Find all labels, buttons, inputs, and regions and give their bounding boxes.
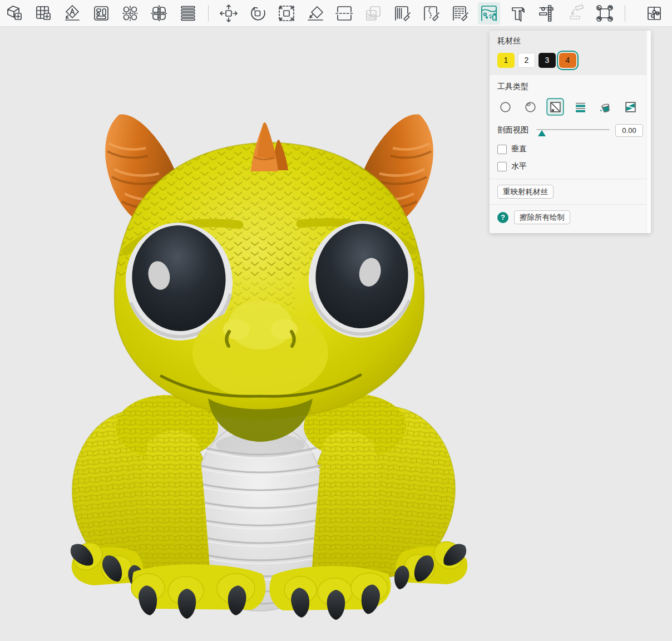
filament-2-button[interactable]: 2 xyxy=(518,53,535,68)
rotate-button[interactable] xyxy=(246,2,269,24)
auto-orient-button[interactable] xyxy=(61,2,83,24)
vertical-checkbox-row[interactable]: 垂直 xyxy=(497,144,643,154)
tool-type-title: 工具类型 xyxy=(497,82,643,92)
erase-all-painting-button[interactable]: 擦除所有绘制 xyxy=(514,210,570,224)
cut-icon xyxy=(334,3,354,23)
front-foot-right xyxy=(269,566,391,620)
tool-type-row xyxy=(497,98,643,115)
filament-section-title: 耗材丝 xyxy=(497,36,643,46)
split-parts-button[interactable] xyxy=(148,2,170,24)
arrange-icon xyxy=(91,3,111,23)
seam-paint-icon xyxy=(421,3,441,23)
scale-icon xyxy=(276,3,297,23)
toolbar-separator xyxy=(625,5,625,22)
height-range-button[interactable] xyxy=(572,99,588,115)
help-icon[interactable]: ? xyxy=(497,212,508,223)
text-icon xyxy=(508,3,528,23)
cut-button[interactable] xyxy=(333,2,355,24)
circle-brush-icon xyxy=(499,101,512,114)
add-plate-button[interactable] xyxy=(32,2,55,24)
fuzzy-skin-paint-icon xyxy=(450,3,470,23)
filament-section: 耗材丝 1 2 3 4 xyxy=(490,31,651,75)
toolbar-separator xyxy=(208,5,209,22)
measure-icon xyxy=(537,3,557,23)
gap-fill-button[interactable] xyxy=(622,99,638,115)
horizontal-checkbox-label: 水平 xyxy=(511,161,527,171)
main-toolbar xyxy=(0,0,672,27)
lay-flat-button[interactable] xyxy=(304,2,327,24)
variable-layer-height-icon xyxy=(178,3,198,23)
seam-paint-button[interactable] xyxy=(420,2,442,24)
explode-view-button[interactable] xyxy=(594,2,616,24)
sphere-brush-button[interactable] xyxy=(522,99,538,115)
section-view-value-input[interactable] xyxy=(615,124,643,137)
split-objects-button[interactable] xyxy=(119,2,141,24)
arrange-button[interactable] xyxy=(90,2,112,24)
slider-thumb[interactable] xyxy=(538,130,546,136)
assembly-icon xyxy=(566,3,586,23)
mesh-boolean-button[interactable] xyxy=(362,2,384,24)
panel-scrollbar[interactable] xyxy=(646,31,651,233)
triangle-tool-button-selected[interactable] xyxy=(547,99,563,115)
filament-4-button-selected[interactable]: 4 xyxy=(559,53,576,68)
gap-fill-icon xyxy=(624,101,637,114)
section-view-label: 剖面视图 xyxy=(497,125,528,135)
text-button[interactable] xyxy=(507,2,529,24)
vertical-checkbox-label: 垂直 xyxy=(511,144,527,154)
height-range-icon xyxy=(574,101,587,114)
filament-1-button[interactable]: 1 xyxy=(497,53,515,68)
mesh-boolean-icon xyxy=(363,3,383,23)
lay-on-face-icon xyxy=(305,3,325,23)
move-icon xyxy=(219,3,239,23)
fill-bucket-icon xyxy=(599,101,612,114)
section-view-slider[interactable] xyxy=(536,125,610,135)
scale-button[interactable] xyxy=(275,2,298,24)
color-paint-button[interactable] xyxy=(478,2,500,24)
assembly-button[interactable] xyxy=(565,2,587,24)
split-to-parts-icon xyxy=(149,3,169,23)
dragon-model xyxy=(65,115,471,620)
measure-button[interactable] xyxy=(536,2,558,24)
plugin-button[interactable] xyxy=(643,2,665,24)
add-object-icon xyxy=(4,3,24,23)
filament-swatches: 1 2 3 4 xyxy=(497,52,643,68)
filament-3-button[interactable]: 3 xyxy=(538,53,556,68)
front-foot-left xyxy=(131,564,266,619)
plugin-icon xyxy=(644,3,664,23)
remap-filament-button[interactable]: 重映射耗材丝 xyxy=(497,185,554,199)
explode-view-icon xyxy=(595,3,615,23)
support-paint-button[interactable] xyxy=(391,2,413,24)
color-painting-panel: 耗材丝 1 2 3 4 工具类型 xyxy=(490,31,651,233)
support-paint-icon xyxy=(392,3,412,23)
move-button[interactable] xyxy=(218,2,240,24)
circle-brush-button[interactable] xyxy=(497,99,513,115)
horizontal-checkbox[interactable] xyxy=(497,162,507,171)
panel-divider xyxy=(490,179,651,179)
layer-height-button[interactable] xyxy=(177,2,199,24)
split-to-objects-icon xyxy=(120,3,140,23)
color-paint-icon xyxy=(479,3,499,23)
fuzzy-paint-button[interactable] xyxy=(449,2,471,24)
slider-track xyxy=(536,129,610,130)
sphere-brush-icon xyxy=(524,101,537,114)
add-plate-icon xyxy=(33,3,53,23)
triangle-tool-icon xyxy=(549,101,562,114)
section-view-row: 剖面视图 xyxy=(497,123,643,137)
horizontal-checkbox-row[interactable]: 水平 xyxy=(497,161,643,171)
fill-bucket-button[interactable] xyxy=(597,99,613,115)
panel-divider xyxy=(490,204,651,205)
auto-orient-icon xyxy=(62,3,82,23)
add-object-button[interactable] xyxy=(3,2,26,24)
rotate-icon xyxy=(248,3,268,23)
vertical-checkbox[interactable] xyxy=(497,145,507,154)
